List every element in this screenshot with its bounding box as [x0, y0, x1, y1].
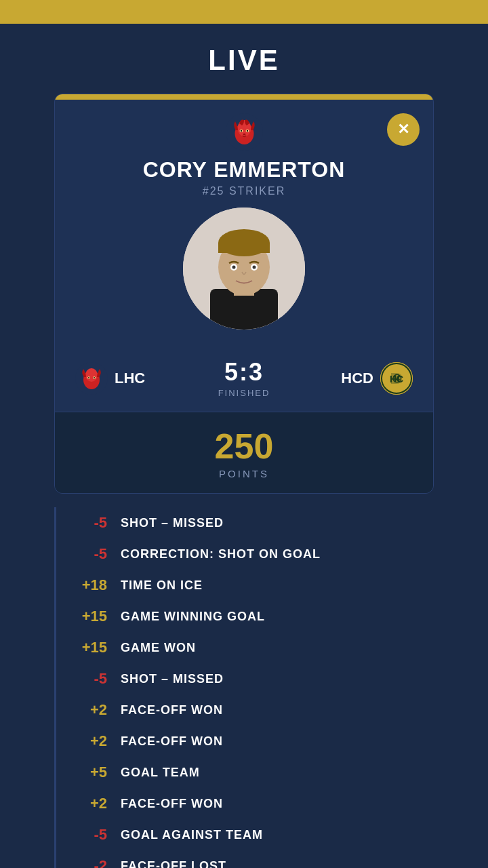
stat-item: +18TIME ON ICE [54, 570, 447, 601]
card-header: ✕ [55, 100, 433, 350]
player-card: ✕ [54, 94, 434, 494]
away-team-info: HC ⑭ HCD [298, 362, 413, 395]
stat-label: FACE-OFF WON [121, 797, 223, 811]
svg-rect-13 [218, 243, 270, 253]
svg-point-5 [240, 130, 241, 132]
home-team-name: LHC [115, 370, 145, 387]
stat-item: +5GOAL TEAM [54, 757, 447, 788]
stat-item: +2FACE-OFF WON [54, 694, 447, 726]
stat-value: +2 [70, 732, 107, 750]
stat-value: +18 [70, 576, 107, 594]
svg-point-20 [85, 368, 98, 382]
player-subtitle: #25 STRIKER [203, 185, 285, 197]
home-team-logo [75, 362, 108, 395]
match-status: FINISHED [203, 388, 285, 398]
stat-label: FACE-OFF WON [121, 734, 223, 749]
stat-value: +2 [70, 701, 107, 719]
stat-label: SHOT – MISSED [121, 672, 224, 686]
stat-label: GOAL AGAINST TEAM [121, 828, 263, 842]
stat-item: -5CORRECTION: SHOT ON GOAL [54, 538, 447, 570]
svg-point-6 [246, 130, 247, 132]
card-accent [55, 94, 433, 100]
stat-item: -5SHOT – MISSED [54, 507, 447, 538]
stat-item: +2FACE-OFF WON [54, 788, 447, 819]
top-banner [0, 0, 488, 24]
stat-label: CORRECTION: SHOT ON GOAL [121, 547, 321, 561]
stat-label: FACE-OFF WON [121, 703, 223, 717]
score-block: 5:3 FINISHED [203, 358, 285, 398]
svg-point-23 [88, 377, 89, 378]
stat-value: -5 [70, 826, 107, 844]
stat-value: +2 [70, 795, 107, 812]
stats-list: -5SHOT – MISSED-5CORRECTION: SHOT ON GOA… [0, 494, 488, 868]
stat-label: SHOT – MISSED [121, 516, 224, 530]
stat-value: -5 [70, 514, 107, 532]
player-name: CORY EMMERTON [143, 157, 346, 182]
stat-item: +15GAME WON [54, 632, 447, 663]
points-section: 250 POINTS [55, 412, 433, 493]
svg-point-24 [94, 377, 95, 378]
match-row: LHC 5:3 FINISHED HC ⑭ HCD [55, 350, 433, 412]
close-button[interactable]: ✕ [387, 113, 420, 146]
player-photo [183, 208, 305, 330]
away-team-logo: HC ⑭ [380, 362, 413, 395]
match-score: 5:3 [203, 358, 285, 387]
away-team-name: HCD [341, 370, 373, 387]
stat-label: GAME WON [121, 641, 196, 655]
stat-value: -2 [70, 857, 107, 868]
stat-item: -2FACE-OFF LOST [54, 850, 447, 868]
points-value: 250 [55, 426, 433, 467]
svg-text:⑭: ⑭ [392, 374, 402, 384]
stat-item: +2FACE-OFF WON [54, 726, 447, 757]
stat-value: +15 [70, 639, 107, 656]
stat-label: GOAL TEAM [121, 766, 200, 780]
home-team-info: LHC [75, 362, 190, 395]
stat-label: FACE-OFF LOST [121, 859, 226, 869]
stat-item: -5SHOT – MISSED [54, 663, 447, 694]
stat-value: +15 [70, 608, 107, 625]
stat-label: TIME ON ICE [121, 578, 203, 593]
svg-point-16 [232, 266, 236, 269]
stat-value: +5 [70, 764, 107, 781]
points-label: POINTS [55, 468, 433, 479]
stat-value: -5 [70, 670, 107, 688]
team-logo-top [226, 113, 263, 151]
svg-point-7 [243, 134, 245, 135]
stat-label: GAME WINNING GOAL [121, 610, 265, 624]
stat-item: +15GAME WINNING GOAL [54, 601, 447, 632]
stat-item: -5GOAL AGAINST TEAM [54, 819, 447, 850]
page-title: LIVE [0, 24, 488, 94]
stat-value: -5 [70, 545, 107, 563]
svg-point-17 [253, 266, 256, 269]
